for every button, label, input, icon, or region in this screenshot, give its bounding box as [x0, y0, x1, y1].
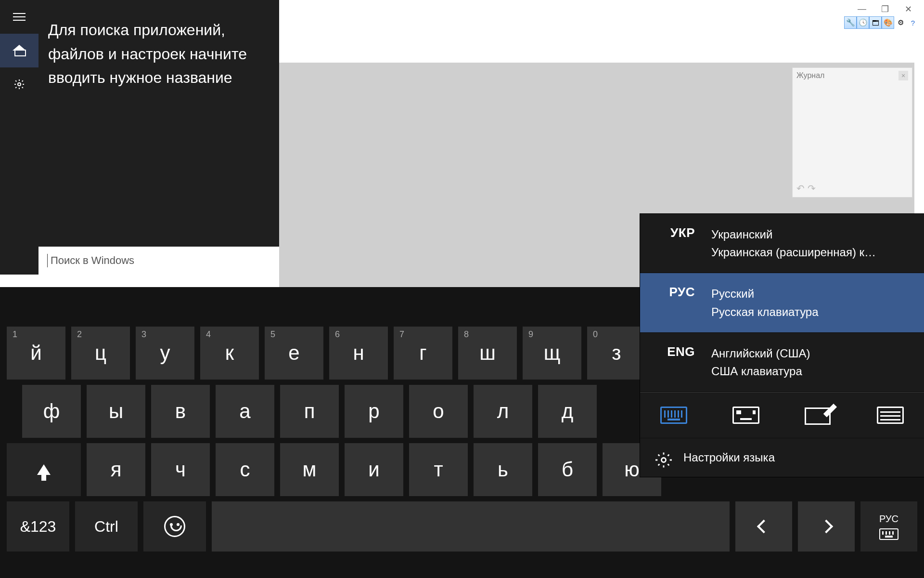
lang-text: УкраинскийУкраинская (расширенная) к… — [711, 225, 876, 261]
gear-icon — [655, 452, 667, 463]
layout-standard[interactable] — [656, 404, 691, 426]
lang-item-eng[interactable]: ENGАнглийский (США)США клавиатура — [640, 333, 924, 392]
undo-icon[interactable]: ↶ — [796, 183, 805, 194]
hamburger-icon — [13, 13, 26, 21]
symnum-key[interactable]: &123 — [7, 501, 69, 552]
key-щ[interactable]: 9щ — [523, 327, 581, 380]
smile-icon — [164, 516, 185, 537]
key-г[interactable]: 7г — [394, 327, 452, 380]
close-button[interactable]: ✕ — [903, 4, 913, 14]
gear-icon — [13, 79, 25, 90]
svg-point-1 — [661, 458, 666, 462]
key-ш[interactable]: 8ш — [458, 327, 517, 380]
key-а[interactable]: а — [216, 385, 274, 438]
language-picker: УКРУкраинскийУкраинская (расширенная) к…… — [640, 214, 924, 477]
key-и[interactable]: и — [345, 443, 403, 496]
layout-handwriting[interactable] — [801, 404, 835, 426]
redo-icon[interactable]: ↷ — [808, 183, 816, 194]
key-р[interactable]: р — [345, 385, 403, 438]
key-у[interactable]: 3у — [136, 327, 194, 380]
handwriting-icon — [805, 406, 832, 425]
key-ы[interactable]: ы — [87, 385, 145, 438]
tool-icon[interactable]: 🔧 — [844, 16, 857, 29]
lang-text: РусскийРусская клавиатура — [711, 285, 819, 320]
cursor-left-key[interactable] — [735, 501, 792, 552]
shift-key[interactable] — [7, 443, 81, 496]
key-с[interactable]: с — [216, 443, 274, 496]
key-п[interactable]: п — [280, 385, 339, 438]
window-controls: — ❐ ✕ — [846, 0, 924, 18]
svg-point-0 — [18, 83, 21, 86]
window-icon[interactable]: 🗔 — [869, 16, 882, 29]
keyboard-icon — [879, 528, 898, 540]
lang-code: РУС — [655, 285, 695, 300]
clock-icon[interactable]: 🕓 — [857, 16, 869, 29]
key-н[interactable]: 6н — [329, 327, 388, 380]
key-л[interactable]: л — [474, 385, 532, 438]
cursor-right-key[interactable] — [798, 501, 855, 552]
language-settings[interactable]: Настройки языка — [640, 438, 924, 477]
key-з[interactable]: 0з — [587, 327, 646, 380]
lang-item-рус[interactable]: РУСРусскийРусская клавиатура — [640, 273, 924, 332]
language-settings-label: Настройки языка — [683, 451, 775, 464]
maximize-button[interactable]: ❐ — [880, 4, 890, 14]
key-ф[interactable]: ф — [22, 385, 81, 438]
home-icon — [13, 45, 25, 56]
help-icon[interactable]: ? — [907, 16, 919, 29]
keyboard-full-icon — [877, 407, 904, 424]
key-й[interactable]: 1й — [7, 327, 65, 380]
keyboard-split-icon — [732, 407, 759, 424]
shift-icon — [37, 464, 51, 475]
key-ь[interactable]: ь — [474, 443, 532, 496]
history-panel: Журнал × ↶ ↷ — [792, 67, 912, 197]
color-icon[interactable]: 🎨 — [882, 16, 894, 29]
keyboard-layout-row — [640, 392, 924, 438]
keyboard-standard-icon — [660, 407, 687, 424]
gear-icon[interactable]: ⚙ — [894, 16, 907, 29]
current-lang-label: РУС — [879, 513, 898, 525]
key-к[interactable]: 4к — [200, 327, 259, 380]
history-title: Журнал — [796, 71, 824, 80]
settings-button[interactable] — [0, 67, 38, 101]
key-ч[interactable]: ч — [151, 443, 210, 496]
lang-code: УКР — [655, 225, 695, 240]
minimize-button[interactable]: — — [857, 4, 867, 14]
key-д[interactable]: д — [538, 385, 597, 438]
layout-split[interactable] — [729, 404, 763, 426]
key-в[interactable]: в — [151, 385, 210, 438]
search-input[interactable]: Поиск в Windows — [38, 247, 279, 275]
history-close-icon[interactable]: × — [898, 71, 908, 80]
emoji-key[interactable] — [143, 501, 206, 552]
lang-code: ENG — [655, 344, 695, 359]
ctrl-key[interactable]: Ctrl — [75, 501, 138, 552]
key-ц[interactable]: 2ц — [71, 327, 130, 380]
key-е[interactable]: 5е — [265, 327, 323, 380]
search-panel: Для поиска приложений, файлов и настроек… — [0, 0, 279, 275]
lang-text: Английский (США)США клавиатура — [711, 344, 810, 380]
menu-button[interactable] — [0, 0, 38, 34]
chevron-right-icon — [820, 520, 833, 533]
search-hint: Для поиска приложений, файлов и настроек… — [38, 0, 279, 90]
lang-item-укр[interactable]: УКРУкраинскийУкраинская (расширенная) к… — [640, 214, 924, 273]
key-о[interactable]: о — [409, 385, 468, 438]
key-я[interactable]: я — [87, 443, 145, 496]
home-button[interactable] — [0, 34, 38, 67]
space-key[interactable] — [212, 501, 730, 552]
keyboard-options-key[interactable]: РУС — [860, 501, 917, 552]
key-м[interactable]: м — [280, 443, 339, 496]
search-sidebar — [0, 0, 38, 275]
key-т[interactable]: т — [409, 443, 468, 496]
chevron-left-icon — [757, 520, 770, 533]
layout-full[interactable] — [873, 404, 908, 426]
search-placeholder: Поиск в Windows — [51, 254, 134, 267]
key-б[interactable]: б — [538, 443, 597, 496]
app-toolbar: 🔧 🕓 🗔 🎨 ⚙ ? — [844, 16, 919, 29]
